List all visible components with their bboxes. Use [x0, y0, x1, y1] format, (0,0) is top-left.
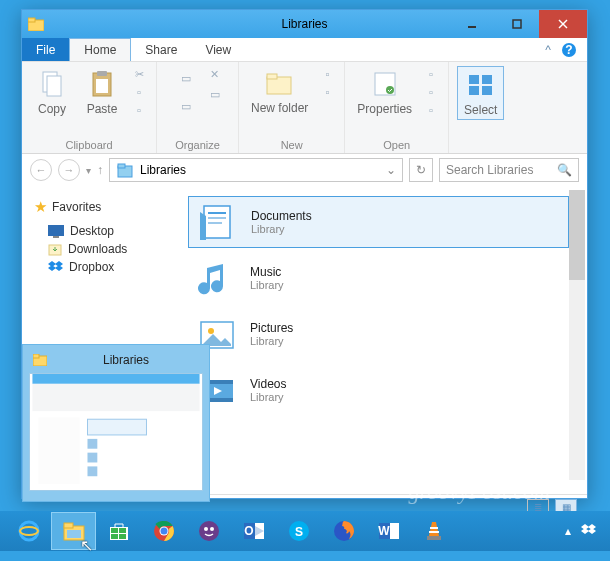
- thumbnail-title: Libraries: [53, 353, 199, 367]
- collapse-ribbon-icon[interactable]: ^: [545, 43, 551, 57]
- taskbar-firefox[interactable]: [321, 512, 366, 550]
- properties-icon: [369, 68, 401, 100]
- svg-point-59: [204, 527, 208, 531]
- tab-view[interactable]: View: [191, 38, 245, 61]
- cut-icon[interactable]: ✂: [130, 66, 148, 82]
- paste-button[interactable]: Paste: [80, 66, 124, 118]
- rename-icon[interactable]: ▭: [206, 86, 224, 102]
- ribbon-group-new: New folder ▫ ▫ New: [239, 62, 345, 153]
- music-icon: [196, 257, 238, 299]
- search-input[interactable]: Search Libraries 🔍: [439, 158, 579, 182]
- star-icon: ★: [34, 198, 47, 216]
- tray-dropbox-icon[interactable]: [581, 524, 596, 538]
- library-item-videos[interactable]: VideosLibrary: [188, 364, 569, 416]
- file-menu[interactable]: File: [22, 38, 69, 61]
- taskbar-vlc[interactable]: [411, 512, 456, 550]
- svg-rect-12: [96, 79, 108, 93]
- desktop-icon: [48, 225, 64, 238]
- svg-rect-22: [118, 164, 125, 168]
- help-icon[interactable]: ?: [561, 42, 577, 58]
- svg-rect-70: [430, 527, 438, 529]
- content-pane: DocumentsLibrary MusicLibrary PicturesLi…: [178, 186, 587, 494]
- svg-rect-1: [28, 18, 35, 22]
- up-button[interactable]: ↑: [97, 163, 103, 177]
- svg-rect-51: [111, 528, 118, 533]
- menubar: File Home Share View ^ ?: [22, 38, 587, 62]
- taskbar-word[interactable]: W: [366, 512, 411, 550]
- breadcrumb[interactable]: Libraries: [140, 163, 186, 177]
- scroll-thumb[interactable]: [569, 190, 585, 280]
- ribbon-group-organize: ▭ ▭ ✕ ▭ Organize: [157, 62, 239, 153]
- edit-icon[interactable]: ▫: [422, 84, 440, 100]
- moveto-icon[interactable]: ▭: [172, 66, 200, 90]
- window-title: Libraries: [281, 17, 327, 31]
- forward-button[interactable]: →: [58, 159, 80, 181]
- newfolder-icon: [264, 68, 296, 100]
- svg-text:?: ?: [565, 43, 572, 57]
- copyto-icon[interactable]: ▭: [172, 94, 200, 118]
- properties-button[interactable]: Properties: [353, 66, 416, 118]
- search-icon: 🔍: [557, 163, 572, 177]
- svg-point-45: [20, 522, 38, 540]
- copypath-icon[interactable]: ▫: [130, 84, 148, 100]
- taskbar-app-purple[interactable]: [186, 512, 231, 550]
- newfolder-button[interactable]: New folder: [247, 66, 312, 117]
- refresh-button[interactable]: ↻: [409, 158, 433, 182]
- sidebar-favorites-header[interactable]: ★ Favorites: [34, 198, 170, 216]
- taskbar-thumbnail[interactable]: Libraries: [22, 344, 210, 502]
- svg-rect-24: [53, 236, 59, 238]
- addressbar: ← → ▾ ↑ Libraries ⌄ ↻ Search Libraries 🔍: [22, 154, 587, 186]
- svg-rect-19: [469, 86, 479, 95]
- svg-rect-41: [87, 419, 146, 435]
- ribbon-group-select: Select: [449, 62, 512, 153]
- address-field[interactable]: Libraries ⌄: [109, 158, 403, 182]
- history-dropdown-icon[interactable]: ▾: [86, 165, 91, 176]
- svg-rect-42: [87, 439, 97, 449]
- tab-share[interactable]: Share: [131, 38, 191, 61]
- svg-rect-72: [427, 536, 441, 540]
- library-item-documents[interactable]: DocumentsLibrary: [188, 196, 569, 248]
- library-item-pictures[interactable]: PicturesLibrary: [188, 308, 569, 360]
- back-button[interactable]: ←: [30, 159, 52, 181]
- copy-icon: [36, 68, 68, 100]
- newitem-icon[interactable]: ▫: [318, 66, 336, 82]
- select-button[interactable]: Select: [457, 66, 504, 120]
- sidebar-item-downloads[interactable]: Downloads: [30, 240, 170, 258]
- close-button[interactable]: [539, 10, 587, 38]
- svg-rect-23: [48, 225, 64, 236]
- library-item-music[interactable]: MusicLibrary: [188, 252, 569, 304]
- maximize-button[interactable]: [494, 10, 539, 38]
- taskbar-outlook[interactable]: O: [231, 512, 276, 550]
- delete-icon[interactable]: ✕: [206, 66, 224, 82]
- pasteshortcut-icon[interactable]: ▫: [130, 102, 148, 118]
- svg-point-46: [20, 527, 38, 535]
- svg-rect-3: [513, 20, 521, 28]
- scrollbar[interactable]: [569, 190, 585, 480]
- svg-point-57: [160, 528, 167, 535]
- taskbar-skype[interactable]: S: [276, 512, 321, 550]
- svg-rect-9: [47, 76, 61, 96]
- taskbar-store[interactable]: [96, 512, 141, 550]
- ribbon-group-clipboard: Copy Paste ✂ ▫ ▫ Clipboard: [22, 62, 157, 153]
- open-icon[interactable]: ▫: [422, 66, 440, 82]
- svg-point-60: [210, 527, 214, 531]
- svg-text:O: O: [244, 524, 253, 538]
- taskbar-ie[interactable]: [6, 512, 51, 550]
- titlebar[interactable]: Libraries: [22, 10, 587, 38]
- history-icon[interactable]: ▫: [422, 102, 440, 118]
- address-dropdown-icon[interactable]: ⌄: [386, 163, 396, 177]
- easyaccess-icon[interactable]: ▫: [318, 84, 336, 100]
- tray-up-icon[interactable]: ▴: [565, 524, 571, 538]
- watermark: groovyPost.com: [408, 479, 550, 505]
- svg-rect-37: [32, 374, 199, 384]
- system-tray[interactable]: ▴: [557, 524, 604, 538]
- sidebar-item-desktop[interactable]: Desktop: [30, 222, 170, 240]
- taskbar-chrome[interactable]: [141, 512, 186, 550]
- svg-rect-13: [267, 77, 291, 94]
- copy-button[interactable]: Copy: [30, 66, 74, 118]
- svg-rect-43: [87, 453, 97, 463]
- sidebar-item-dropbox[interactable]: Dropbox: [30, 258, 170, 276]
- minimize-button[interactable]: [449, 10, 494, 38]
- tab-home[interactable]: Home: [69, 38, 131, 61]
- svg-rect-27: [208, 212, 226, 214]
